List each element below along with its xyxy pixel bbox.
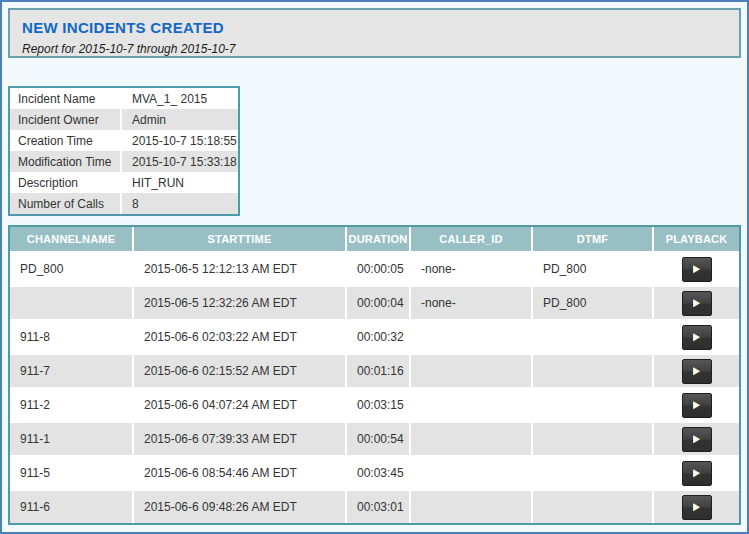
playback-button[interactable]: ▶ — [682, 393, 712, 418]
incident-detail-label: Modification Time — [10, 155, 120, 169]
call-starttime: 2015-06-6 07:39:33 AM EDT — [132, 423, 345, 455]
call-playback-cell: ▶ — [652, 355, 739, 387]
call-starttime: 2015-06-6 02:15:52 AM EDT — [132, 355, 345, 387]
incident-detail-row: Description HIT_RUN — [10, 172, 238, 193]
report-header: NEW INCIDENTS CREATED Report for 2015-10… — [8, 8, 741, 58]
call-dtmf — [531, 389, 652, 421]
call-starttime: 2015-06-5 12:32:26 AM EDT — [132, 287, 345, 319]
incident-detail-row: Modification Time 2015-10-7 15:33:18 — [10, 151, 238, 172]
report-date-range: Report for 2015-10-7 through 2015-10-7 — [22, 42, 727, 56]
call-caller-id — [409, 491, 531, 523]
calls-table-header: CHANNELNAME STARTTIME DURATION CALLER_ID… — [10, 227, 739, 251]
incident-detail-value: MVA_1_ 2015 — [120, 88, 238, 109]
call-caller-id: -none- — [409, 253, 531, 285]
playback-button[interactable]: ▶ — [682, 461, 712, 486]
incident-detail-value: HIT_RUN — [120, 172, 238, 193]
call-caller-id — [409, 389, 531, 421]
playback-button[interactable]: ▶ — [682, 495, 712, 520]
call-starttime: 2015-06-6 02:03:22 AM EDT — [132, 321, 345, 353]
call-caller-id — [409, 355, 531, 387]
incident-detail-label: Description — [10, 176, 120, 190]
column-header-dtmf: DTMF — [531, 227, 652, 251]
call-playback-cell: ▶ — [652, 321, 739, 353]
column-header-playback: PLAYBACK — [652, 227, 739, 251]
call-playback-cell: ▶ — [652, 457, 739, 489]
call-starttime: 2015-06-6 09:48:26 AM EDT — [132, 491, 345, 523]
playback-button[interactable]: ▶ — [682, 257, 712, 282]
playback-button[interactable]: ▶ — [682, 359, 712, 384]
call-playback-cell: ▶ — [652, 287, 739, 319]
call-duration: 00:00:54 — [345, 423, 409, 455]
play-icon: ▶ — [693, 502, 700, 512]
call-channelname — [10, 287, 132, 319]
call-channelname: PD_800 — [10, 253, 132, 285]
call-playback-cell: ▶ — [652, 389, 739, 421]
call-duration: 00:00:32 — [345, 321, 409, 353]
incident-details-table: Incident Name MVA_1_ 2015 Incident Owner… — [8, 86, 240, 216]
call-starttime: 2015-06-6 08:54:46 AM EDT — [132, 457, 345, 489]
incident-detail-label: Number of Calls — [10, 197, 120, 211]
call-channelname: 911-7 — [10, 355, 132, 387]
call-channelname: 911-6 — [10, 491, 132, 523]
call-row: 911-6 2015-06-6 09:48:26 AM EDT 00:03:01… — [10, 489, 739, 523]
incident-detail-row: Incident Name MVA_1_ 2015 — [10, 88, 238, 109]
calls-table: CHANNELNAME STARTTIME DURATION CALLER_ID… — [8, 225, 741, 525]
call-playback-cell: ▶ — [652, 253, 739, 285]
call-caller-id: -none- — [409, 287, 531, 319]
incident-detail-label: Creation Time — [10, 134, 120, 148]
incident-detail-row: Creation Time 2015-10-7 15:18:55 — [10, 130, 238, 151]
call-row: 911-8 2015-06-6 02:03:22 AM EDT 00:00:32… — [10, 319, 739, 353]
call-dtmf — [531, 355, 652, 387]
call-row: 911-5 2015-06-6 08:54:46 AM EDT 00:03:45… — [10, 455, 739, 489]
report-page: NEW INCIDENTS CREATED Report for 2015-10… — [0, 0, 749, 534]
call-channelname: 911-2 — [10, 389, 132, 421]
call-playback-cell: ▶ — [652, 423, 739, 455]
play-icon: ▶ — [693, 468, 700, 478]
playback-button[interactable]: ▶ — [682, 291, 712, 316]
call-row: 2015-06-5 12:32:26 AM EDT 00:00:04 -none… — [10, 285, 739, 319]
incident-detail-value: Admin — [120, 109, 238, 130]
call-channelname: 911-5 — [10, 457, 132, 489]
call-duration: 00:03:45 — [345, 457, 409, 489]
play-icon: ▶ — [693, 264, 700, 274]
call-row: 911-7 2015-06-6 02:15:52 AM EDT 00:01:16… — [10, 353, 739, 387]
calls-table-body: PD_800 2015-06-5 12:12:13 AM EDT 00:00:0… — [10, 251, 739, 523]
call-dtmf: PD_800 — [531, 287, 652, 319]
call-duration: 00:00:04 — [345, 287, 409, 319]
call-starttime: 2015-06-5 12:12:13 AM EDT — [132, 253, 345, 285]
playback-button[interactable]: ▶ — [682, 325, 712, 350]
incident-detail-value: 2015-10-7 15:18:55 — [120, 130, 238, 151]
column-header-channelname: CHANNELNAME — [10, 227, 132, 251]
incident-detail-label: Incident Owner — [10, 113, 120, 127]
play-icon: ▶ — [693, 400, 700, 410]
call-channelname: 911-1 — [10, 423, 132, 455]
call-caller-id — [409, 321, 531, 353]
incident-detail-value: 2015-10-7 15:33:18 — [120, 151, 238, 172]
play-icon: ▶ — [693, 298, 700, 308]
call-duration: 00:01:16 — [345, 355, 409, 387]
call-duration: 00:03:15 — [345, 389, 409, 421]
column-header-starttime: STARTTIME — [132, 227, 345, 251]
call-dtmf — [531, 457, 652, 489]
call-caller-id — [409, 423, 531, 455]
play-icon: ▶ — [693, 434, 700, 444]
incident-detail-row: Number of Calls 8 — [10, 193, 238, 214]
call-duration: 00:03:01 — [345, 491, 409, 523]
call-dtmf: PD_800 — [531, 253, 652, 285]
call-dtmf — [531, 321, 652, 353]
call-duration: 00:00:05 — [345, 253, 409, 285]
incident-detail-value: 8 — [120, 193, 238, 214]
play-icon: ▶ — [693, 332, 700, 342]
call-starttime: 2015-06-6 04:07:24 AM EDT — [132, 389, 345, 421]
call-playback-cell: ▶ — [652, 491, 739, 523]
column-header-caller-id: CALLER_ID — [409, 227, 531, 251]
call-dtmf — [531, 423, 652, 455]
call-row: 911-2 2015-06-6 04:07:24 AM EDT 00:03:15… — [10, 387, 739, 421]
call-row: 911-1 2015-06-6 07:39:33 AM EDT 00:00:54… — [10, 421, 739, 455]
call-caller-id — [409, 457, 531, 489]
page-title: NEW INCIDENTS CREATED — [22, 19, 727, 36]
call-channelname: 911-8 — [10, 321, 132, 353]
playback-button[interactable]: ▶ — [682, 427, 712, 452]
incident-detail-row: Incident Owner Admin — [10, 109, 238, 130]
incident-detail-label: Incident Name — [10, 92, 120, 106]
